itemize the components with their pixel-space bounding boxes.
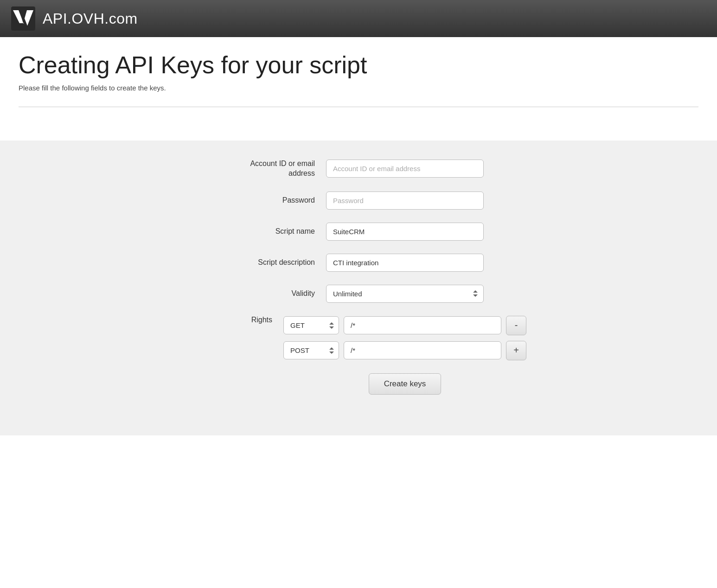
validity-label: Validity bbox=[233, 289, 326, 298]
validity-select[interactable]: Unlimited 1 day 7 days 30 days 90 days 1… bbox=[326, 285, 484, 303]
form-area: Account ID or email address Password Scr… bbox=[0, 141, 717, 435]
script-description-input[interactable] bbox=[326, 254, 484, 272]
add-rights-button[interactable]: + bbox=[506, 341, 526, 360]
rights-path-input-2[interactable] bbox=[344, 341, 501, 359]
rights-method-select-1[interactable]: GET POST PUT DELETE bbox=[283, 316, 339, 334]
logo-container bbox=[11, 6, 35, 31]
password-row: Password bbox=[0, 192, 717, 210]
main-content: Creating API Keys for your script Please… bbox=[0, 37, 717, 141]
account-id-input[interactable] bbox=[326, 160, 484, 178]
password-input[interactable] bbox=[326, 192, 484, 210]
rights-row-get: GET POST PUT DELETE - bbox=[283, 316, 526, 335]
account-id-label: Account ID or email address bbox=[233, 159, 326, 179]
site-name: API.OVH.com bbox=[43, 10, 138, 27]
rights-row-post: GET POST PUT DELETE + bbox=[283, 341, 526, 360]
rights-path-input-1[interactable] bbox=[344, 316, 501, 334]
rights-row: Rights GET POST PUT DELETE - GET POST PU… bbox=[0, 316, 717, 360]
script-name-row: Script name bbox=[0, 223, 717, 241]
rights-container: GET POST PUT DELETE - GET POST PUT DELET… bbox=[283, 316, 526, 360]
password-label: Password bbox=[233, 196, 326, 205]
page-subtitle: Please fill the following fields to crea… bbox=[19, 84, 698, 92]
remove-rights-button[interactable]: - bbox=[506, 316, 526, 335]
validity-row: Validity Unlimited 1 day 7 days 30 days … bbox=[0, 285, 717, 303]
divider bbox=[19, 107, 698, 107]
script-name-input[interactable] bbox=[326, 223, 484, 241]
ovh-logo-icon bbox=[11, 6, 35, 31]
script-name-label: Script name bbox=[233, 227, 326, 236]
account-id-row: Account ID or email address bbox=[0, 159, 717, 179]
rights-label: Rights bbox=[191, 316, 283, 324]
rights-method-select-2[interactable]: GET POST PUT DELETE bbox=[283, 341, 339, 359]
script-description-label: Script description bbox=[233, 258, 326, 267]
site-header: API.OVH.com bbox=[0, 0, 717, 37]
create-keys-row: Create keys bbox=[0, 373, 717, 395]
create-keys-button[interactable]: Create keys bbox=[369, 373, 442, 395]
page-title: Creating API Keys for your script bbox=[19, 52, 698, 78]
script-description-row: Script description bbox=[0, 254, 717, 272]
